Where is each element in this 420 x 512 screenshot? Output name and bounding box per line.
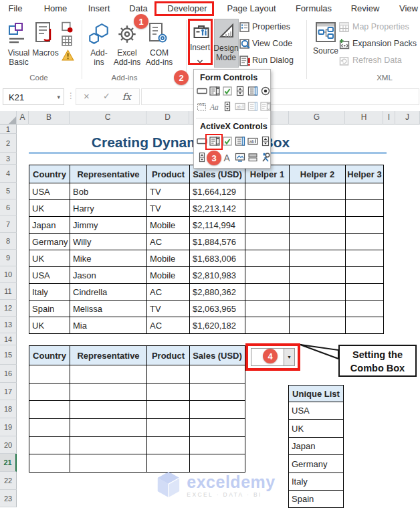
cell[interactable]: USA [29, 183, 70, 200]
column-header-D[interactable]: D [146, 111, 189, 124]
run-dialog-icon[interactable] [239, 56, 250, 69]
cell[interactable] [245, 284, 290, 301]
macros-button[interactable]: Macros [29, 48, 62, 58]
cell[interactable]: Spain [289, 491, 344, 508]
cell[interactable] [346, 234, 384, 250]
row-header-19[interactable]: 19 [0, 418, 17, 436]
row-header-9[interactable]: 9 [0, 250, 17, 266]
cell[interactable] [245, 183, 290, 200]
row-header-1[interactable]: 1 [0, 124, 17, 134]
row-header-17[interactable]: 17 [0, 383, 17, 400]
column-header-I[interactable]: I [383, 111, 395, 124]
cell[interactable] [70, 383, 147, 401]
cell[interactable]: Jason [70, 267, 147, 284]
cell[interactable] [190, 437, 245, 454]
form-list-box-icon[interactable] [247, 86, 258, 96]
cell[interactable]: Germany [289, 455, 344, 473]
cell[interactable] [245, 200, 290, 217]
cell[interactable]: Mobile [147, 250, 190, 267]
row-header-4[interactable]: 4 [0, 165, 17, 183]
column-header-A[interactable]: A [17, 111, 29, 124]
select-all-corner-icon[interactable] [9, 116, 16, 124]
row-header-21[interactable]: 21 [0, 454, 17, 472]
row-header-22[interactable]: 22 [0, 472, 17, 490]
row-header-7[interactable]: 7 [0, 216, 17, 233]
row-header-12[interactable]: 12 [0, 300, 17, 317]
column-header-H[interactable]: H [345, 111, 383, 124]
cell[interactable] [245, 267, 290, 284]
cell[interactable]: $1,664,129 [190, 183, 245, 200]
cell[interactable]: Melissa [70, 301, 147, 317]
cell[interactable] [290, 183, 346, 200]
cell[interactable]: UK [29, 250, 70, 267]
column-header-cell[interactable]: Unique List [289, 386, 344, 402]
enter-icon[interactable]: ✓ [103, 91, 110, 101]
cell[interactable]: Mike [70, 250, 147, 267]
cell[interactable] [70, 454, 147, 473]
cell[interactable]: Italy [289, 473, 344, 491]
row-header-2[interactable]: 2 [0, 134, 17, 153]
cell[interactable] [290, 217, 346, 234]
cell[interactable]: $2,114,994 [190, 217, 245, 234]
form-option-button-icon[interactable] [260, 86, 271, 96]
record-macro-icon[interactable] [62, 21, 73, 35]
column-header-C[interactable]: C [70, 111, 146, 124]
column-header-cell[interactable]: Helper 2 [290, 165, 346, 183]
cell[interactable]: Jimmy [70, 217, 147, 234]
cell[interactable]: $2,063,965 [190, 301, 245, 317]
ribbon-tab-review[interactable]: Review [351, 3, 380, 13]
macro-security-warning-icon[interactable] [62, 50, 74, 64]
relative-references-icon[interactable] [62, 35, 73, 50]
cell[interactable] [29, 401, 70, 419]
cell[interactable] [346, 317, 384, 334]
cell[interactable]: Italy [29, 284, 70, 301]
xml-source-icon[interactable] [315, 21, 336, 46]
expansion-packs-icon[interactable] [338, 38, 350, 52]
cell[interactable] [346, 217, 384, 234]
form-spin-button-icon[interactable] [235, 86, 245, 96]
add-ins-icon[interactable] [87, 22, 111, 49]
cell[interactable]: Mia [70, 317, 147, 334]
com-add-ins-button[interactable]: COM Add-ins [142, 48, 176, 67]
view-code-button[interactable]: View Code [252, 39, 292, 48]
cell[interactable] [190, 365, 245, 383]
column-header-cell[interactable]: Sales (USD) [190, 346, 245, 365]
ribbon-tab-home[interactable]: Home [44, 3, 68, 13]
cell[interactable]: Mobile [147, 267, 190, 284]
row-header-23[interactable]: 23 [0, 490, 17, 507]
cell[interactable] [346, 200, 384, 217]
cell[interactable] [245, 234, 290, 250]
column-header-cell[interactable]: Country [29, 346, 70, 365]
activex-toggle-button-icon[interactable] [247, 152, 258, 163]
cell[interactable]: AC [147, 234, 190, 250]
cell[interactable] [147, 454, 190, 473]
row-header-5[interactable]: 5 [0, 183, 17, 199]
column-header-J[interactable]: J [395, 111, 420, 124]
cell[interactable]: $1,620,182 [190, 317, 245, 334]
cell[interactable] [290, 234, 346, 250]
cell[interactable]: TV [147, 183, 190, 200]
activex-list-box-icon[interactable] [235, 136, 245, 147]
column-header-cell[interactable]: Representative [70, 346, 147, 365]
xml-source-button[interactable]: Source [310, 46, 342, 56]
cell[interactable] [290, 284, 346, 301]
cell[interactable] [29, 419, 70, 437]
cell[interactable] [29, 383, 70, 401]
cell[interactable] [29, 454, 70, 473]
activex-spin-button-icon[interactable] [260, 136, 271, 147]
column-header-cell[interactable]: Product [147, 165, 190, 183]
cell[interactable]: UK [29, 200, 70, 217]
cell[interactable]: $1,683,006 [190, 250, 245, 267]
column-header-B[interactable]: B [29, 111, 70, 124]
cell[interactable]: USA [29, 267, 70, 284]
cell[interactable]: $1,884,576 [190, 234, 245, 250]
cell[interactable]: Japan [289, 438, 344, 455]
activex-image-icon[interactable] [235, 152, 245, 163]
cell[interactable] [346, 284, 384, 301]
cell[interactable] [290, 317, 346, 334]
cell[interactable]: AC [147, 317, 190, 334]
properties-icon[interactable] [239, 22, 249, 35]
activex-text-box-icon[interactable]: ab [247, 136, 258, 147]
ribbon-tab-file[interactable]: File [9, 3, 23, 13]
cell[interactable] [147, 437, 190, 454]
